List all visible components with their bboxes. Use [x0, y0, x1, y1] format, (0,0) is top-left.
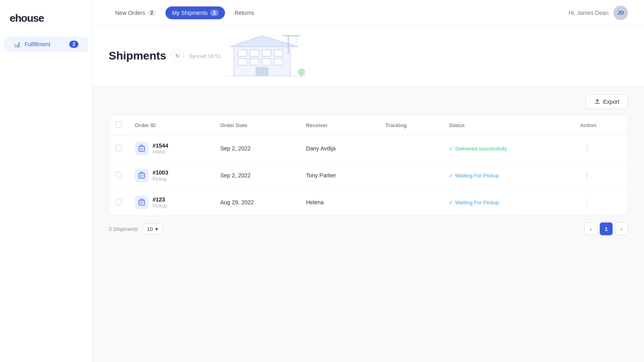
row-status-2: ✓ Waiting For Pickup — [442, 189, 574, 216]
status-check-icon-1: ✓ — [449, 173, 453, 179]
page-title: Shipments — [109, 49, 166, 62]
col-receiver: Receiver — [299, 116, 379, 135]
tab-my-shipments-label: My Shipments — [172, 10, 208, 16]
tab-new-orders-badge: 2 — [148, 10, 156, 16]
status-badge-0: ✓ Delivered successfully — [449, 146, 567, 152]
col-order-date: Order Date — [214, 116, 299, 135]
row-action-2: ⋮ — [574, 189, 627, 216]
order-type-value-1: Pickup — [153, 176, 168, 182]
pagination-right: ‹ 1 › — [584, 222, 628, 235]
tab-returns-label: Returns — [235, 10, 254, 16]
row-checkbox-2[interactable] — [116, 199, 122, 205]
svg-rect-8 — [262, 59, 271, 65]
order-type-value-2: Pickup — [153, 203, 167, 209]
svg-rect-4 — [262, 50, 271, 56]
order-type-value-0: Home — [153, 149, 168, 155]
row-order-id-1: #1003 Pickup — [128, 162, 214, 189]
avatar: JD — [613, 6, 628, 20]
shipments-table: Order ID Order Date Receiver Tracking St… — [109, 115, 628, 216]
per-page-value: 10 — [147, 226, 153, 232]
next-page-button[interactable]: › — [615, 222, 628, 235]
svg-point-15 — [298, 69, 305, 75]
col-action: Action — [574, 116, 627, 135]
sidebar-item-fulfillment[interactable]: 📊 Fulfillment 2 — [4, 37, 88, 52]
order-type-icon-0 — [135, 142, 149, 155]
status-check-icon-0: ✓ — [449, 146, 453, 152]
svg-rect-6 — [238, 59, 247, 65]
status-text-2: Waiting For Pickup — [455, 200, 499, 206]
nav-tabs: New Orders 2 My Shipments 3 Returns — [109, 6, 261, 19]
sync-status: Synced 19:51 — [189, 53, 221, 59]
row-status-0: ✓ Delivered successfully — [442, 135, 574, 162]
table-row: #1003 Pickup Sep 2, 2022Tony Parker ✓ Wa… — [109, 162, 627, 189]
tab-new-orders[interactable]: New Orders 2 — [109, 6, 162, 19]
row-order-id-2: #123 Pickup — [128, 189, 214, 216]
svg-rect-23 — [139, 200, 144, 205]
row-action-menu-1[interactable]: ⋮ — [580, 169, 594, 181]
status-text-1: Waiting For Pickup — [455, 173, 499, 179]
sidebar-badge: 2 — [69, 41, 78, 48]
status-badge-1: ✓ Waiting For Pickup — [449, 173, 567, 179]
svg-rect-5 — [274, 50, 283, 56]
pagination-left: 3 Shipments 10 ▾ — [109, 224, 163, 234]
per-page-select[interactable]: 10 ▾ — [142, 224, 162, 234]
content-area: Export Order ID Order Date Receiver — [93, 86, 644, 362]
row-checkbox-cell-1 — [109, 162, 128, 189]
row-checkbox-0[interactable] — [116, 145, 122, 151]
sidebar-item-label: Fulfillment — [25, 41, 50, 47]
current-page-button[interactable]: 1 — [600, 222, 613, 235]
select-all-checkbox[interactable] — [116, 121, 122, 128]
row-receiver-0: Dany Avdija — [299, 135, 379, 162]
row-tracking-0 — [379, 135, 442, 162]
select-all-header[interactable] — [109, 116, 128, 135]
order-id-value-0: #1544 — [153, 142, 168, 149]
page-header: Shipments ↻ Synced 19:51 — [93, 26, 644, 86]
row-receiver-2: Helena — [299, 189, 379, 216]
export-icon — [594, 99, 601, 105]
warehouse-illustration — [226, 34, 306, 78]
sync-button[interactable]: ↻ — [171, 49, 184, 62]
sidebar: ehouse 📊 Fulfillment 2 — [0, 0, 93, 362]
status-text-0: Delivered successfully — [455, 146, 507, 152]
row-action-menu-2[interactable]: ⋮ — [580, 196, 594, 208]
nav-greeting: Hi, James Dean — [568, 10, 609, 16]
total-shipments: 3 Shipments — [109, 226, 138, 232]
status-badge-2: ✓ Waiting For Pickup — [449, 200, 567, 206]
col-tracking: Tracking — [379, 116, 442, 135]
row-action-0: ⋮ — [574, 135, 627, 162]
row-checkbox-cell-2 — [109, 189, 128, 216]
svg-rect-17 — [139, 146, 144, 151]
order-type-icon-2 — [135, 195, 149, 209]
row-checkbox-1[interactable] — [116, 172, 122, 178]
main-content: New Orders 2 My Shipments 3 Returns Hi, … — [93, 0, 644, 362]
tab-my-shipments[interactable]: My Shipments 3 — [165, 6, 225, 19]
order-id-value-2: #123 — [153, 196, 167, 203]
row-checkbox-cell-0 — [109, 135, 128, 162]
pagination-row: 3 Shipments 10 ▾ ‹ 1 › — [109, 216, 628, 237]
col-status: Status — [442, 116, 574, 135]
svg-rect-9 — [274, 59, 283, 65]
export-row: Export — [109, 95, 628, 109]
tab-new-orders-label: New Orders — [115, 10, 145, 16]
row-date-1: Sep 2, 2022 — [214, 162, 299, 189]
status-check-icon-2: ✓ — [449, 200, 453, 206]
order-id-value-1: #1003 — [153, 169, 168, 176]
row-status-1: ✓ Waiting For Pickup — [442, 162, 574, 189]
row-action-menu-0[interactable]: ⋮ — [580, 142, 594, 154]
tab-returns[interactable]: Returns — [228, 6, 261, 19]
svg-rect-7 — [250, 59, 259, 65]
table-row: #1544 Home Sep 2, 2022Dany Avdija ✓ Deli… — [109, 135, 627, 162]
row-tracking-2 — [379, 189, 442, 216]
svg-rect-10 — [256, 68, 268, 76]
top-nav: New Orders 2 My Shipments 3 Returns Hi, … — [93, 0, 644, 26]
app-logo: ehouse — [0, 8, 92, 37]
export-button[interactable]: Export — [586, 95, 628, 109]
row-action-1: ⋮ — [574, 162, 627, 189]
nav-right: Hi, James Dean JD — [568, 6, 628, 20]
svg-rect-20 — [139, 173, 144, 178]
row-receiver-1: Tony Parker — [299, 162, 379, 189]
row-order-id-0: #1544 Home — [128, 135, 214, 162]
row-tracking-1 — [379, 162, 442, 189]
per-page-chevron-icon: ▾ — [155, 226, 158, 232]
prev-page-button[interactable]: ‹ — [584, 222, 597, 235]
